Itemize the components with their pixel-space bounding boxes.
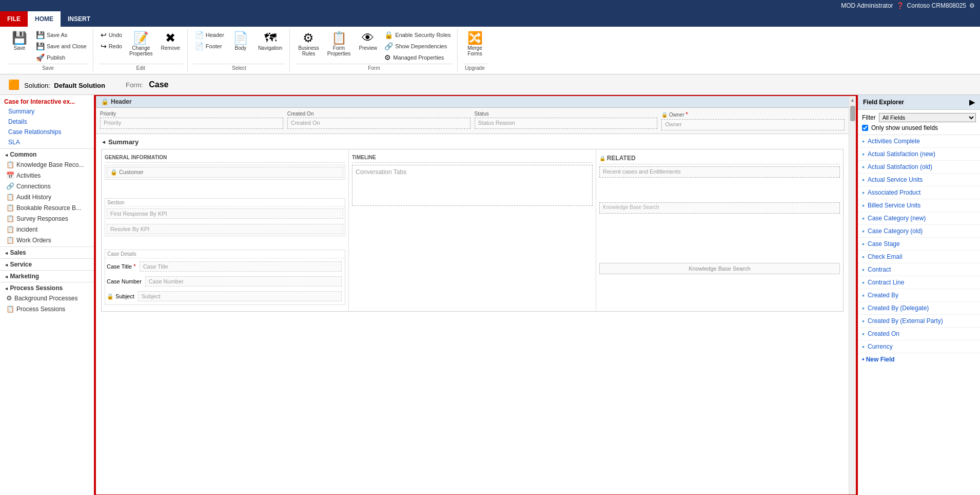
field-created-by-external[interactable]: ▪ Created By (External Party) xyxy=(858,315,980,328)
preview-button[interactable]: 👁 Preview xyxy=(356,30,380,53)
priority-input[interactable]: Priority xyxy=(100,118,283,129)
tab-home[interactable]: HOME xyxy=(28,11,61,27)
field-explorer-filter: Filter All FieldsCustom FieldsDefault Fi… xyxy=(858,110,980,135)
kb-icon: 📋 xyxy=(6,161,14,168)
case-number-label: Case Number xyxy=(107,278,142,284)
nav-process-sessions[interactable]: 📋Process Sessions xyxy=(0,303,94,314)
related-header: 🔒 RELATED xyxy=(599,153,840,164)
resolve-kpi-field[interactable]: Resolve By KPI xyxy=(107,224,343,234)
customer-field[interactable]: 🔒 Customer xyxy=(107,167,343,178)
publish-button[interactable]: 🚀 Publish xyxy=(34,52,89,63)
case-number-input[interactable]: Case Number xyxy=(145,276,342,287)
nav-sla[interactable]: SLA xyxy=(0,137,94,147)
field-case-stage[interactable]: ▪ Case Stage xyxy=(858,238,980,251)
settings-icon[interactable]: ⚙ xyxy=(969,2,975,9)
proc-sess-icon: 📋 xyxy=(6,305,14,313)
recent-cases-field[interactable]: Recent cases and Entitlements xyxy=(599,166,840,178)
field-created-by-delegate[interactable]: ▪ Created By (Delegate) xyxy=(858,302,980,315)
nav-background-processes[interactable]: ⚙Background Processes xyxy=(0,293,94,303)
bookable-icon: 📋 xyxy=(6,204,14,212)
merge-forms-button[interactable]: 🔀 Merge Forms xyxy=(463,30,487,59)
nav-case-relationships[interactable]: Case Relationships xyxy=(0,127,94,137)
navigation-button[interactable]: 🗺 Navigation xyxy=(255,30,285,53)
user-info: MOD Administrator ❓ Contoso CRM808025 ⚙ xyxy=(841,2,975,9)
case-title-input[interactable]: Case Title xyxy=(140,261,342,272)
nav-section-service: Service xyxy=(0,258,94,269)
change-properties-button[interactable]: 📝 Change Properties xyxy=(126,30,156,59)
nav-summary[interactable]: Summary xyxy=(0,106,94,117)
nav-work-orders[interactable]: 📋Work Orders xyxy=(0,235,94,245)
field-associated-product[interactable]: ▪ Associated Product xyxy=(858,186,980,199)
solution-icon: 🟧 xyxy=(8,80,19,90)
main-layout: Case for Interactive ex... Summary Detai… xyxy=(0,95,980,495)
business-rules-button[interactable]: ⚙ Business Rules xyxy=(295,30,322,59)
redo-button[interactable]: ↪ Redo xyxy=(99,41,124,51)
form-properties-button[interactable]: 📋 Form Properties xyxy=(324,30,354,59)
nav-connections[interactable]: 🔗Connections xyxy=(0,181,94,192)
nav-kb[interactable]: 📋Knowledge Base Reco... xyxy=(0,159,94,170)
enable-security-button[interactable]: 🔒 Enable Security Roles xyxy=(382,30,453,40)
save-as-button[interactable]: 💾 Save As xyxy=(34,30,89,40)
ribbon-content: 💾 Save 💾 Save As 💾 Save and Close 🚀 Publ… xyxy=(0,27,980,74)
field-check-email[interactable]: ▪ Check Email xyxy=(858,251,980,263)
tab-file[interactable]: FILE xyxy=(0,11,28,27)
scroll-thumb[interactable] xyxy=(850,106,855,121)
filter-select[interactable]: All FieldsCustom FieldsDefault Fields xyxy=(879,113,976,122)
nav-incident[interactable]: 📋incident xyxy=(0,224,94,235)
save-close-button[interactable]: 💾 Save and Close xyxy=(34,41,89,51)
field-billed-service-units[interactable]: ▪ Billed Service Units xyxy=(858,199,980,212)
right-panel: Field Explorer ▶ Filter All FieldsCustom… xyxy=(857,95,980,495)
timeline-area[interactable]: Conversation Tabs xyxy=(352,165,593,206)
nav-audit-history[interactable]: 📋Audit History xyxy=(0,192,94,202)
show-unused-checkbox[interactable] xyxy=(862,125,868,131)
work-orders-icon: 📋 xyxy=(6,236,14,244)
field-created-on[interactable]: ▪ Created On xyxy=(858,328,980,340)
tab-insert[interactable]: INSERT xyxy=(61,11,97,27)
field-case-category-new[interactable]: ▪ Case Category (new) xyxy=(858,212,980,225)
edit-group-label: Edit xyxy=(99,64,183,72)
collapse-icon[interactable]: ▶ xyxy=(969,98,975,106)
undo-button[interactable]: ↩ Undo xyxy=(99,30,124,40)
field-case-category-old[interactable]: ▪ Case Category (old) xyxy=(858,225,980,238)
scrollbar[interactable]: ▲ xyxy=(849,96,856,494)
summary-section: Summary GENERAL INFORMATION 🔒 Customer S… xyxy=(96,134,849,313)
header-section: 🔒 Header xyxy=(96,96,849,108)
help-icon[interactable]: ❓ xyxy=(896,2,904,9)
scroll-up[interactable]: ▲ xyxy=(849,96,856,104)
ribbon-group-select: 📄 Header 📄 Footer 📄 Body 🗺 Navigation xyxy=(189,29,290,72)
field-actual-service-units[interactable]: ▪ Actual Service Units xyxy=(858,174,980,186)
nav-survey[interactable]: 📋Survey Responses xyxy=(0,213,94,224)
first-response-kpi-field[interactable]: First Response By KPI xyxy=(107,208,343,219)
remove-button[interactable]: ✖ Remove xyxy=(158,30,183,53)
body-button[interactable]: 📄 Body xyxy=(228,30,253,53)
new-field-button[interactable]: ▪ New Field xyxy=(858,353,980,365)
status-input[interactable]: Status Reason xyxy=(475,118,658,129)
nav-section-process-sessions: Process Sessions xyxy=(0,282,94,293)
owner-input[interactable]: Owner xyxy=(661,119,845,130)
field-activities-complete[interactable]: ▪ Activities Complete xyxy=(858,135,980,148)
field-icon-12: ▪ xyxy=(862,291,865,299)
field-created-by[interactable]: ▪ Created By xyxy=(858,289,980,302)
field-icon-11: ▪ xyxy=(862,278,865,287)
field-actual-sat-new[interactable]: ▪ Actual Satisfaction (new) xyxy=(858,148,980,161)
kb-search-top[interactable]: Knowledge Base Search xyxy=(599,202,840,214)
show-dependencies-button[interactable]: 🔗 Show Dependencies xyxy=(382,41,453,51)
related-col: 🔒 RELATED Recent cases and Entitlements … xyxy=(596,149,843,311)
footer-button[interactable]: 📄 Footer xyxy=(193,41,226,51)
business-rules-icon: ⚙ xyxy=(303,32,314,44)
nav-bookable[interactable]: 📋Bookable Resource B... xyxy=(0,202,94,213)
field-contract[interactable]: ▪ Contract xyxy=(858,263,980,276)
header-field-owner: 🔒 Owner * Owner xyxy=(661,111,845,130)
nav-details[interactable]: Details xyxy=(0,117,94,127)
upgrade-group-label: Upgrade xyxy=(463,64,487,72)
created-on-input[interactable]: Created On xyxy=(287,118,471,129)
related-fields: Recent cases and Entitlements Knowledge … xyxy=(599,166,840,274)
save-button[interactable]: 💾 Save xyxy=(7,30,32,53)
nav-activities[interactable]: 📅Activities xyxy=(0,170,94,181)
field-contract-line[interactable]: ▪ Contract Line xyxy=(858,276,980,289)
managed-properties-button[interactable]: ⚙ Managed Properties xyxy=(382,52,453,63)
header-button[interactable]: 📄 Header xyxy=(193,30,226,40)
field-currency[interactable]: ▪ Currency xyxy=(858,340,980,353)
field-actual-sat-old[interactable]: ▪ Actual Satisfaction (old) xyxy=(858,161,980,174)
subject-input[interactable]: Subject xyxy=(138,291,342,301)
